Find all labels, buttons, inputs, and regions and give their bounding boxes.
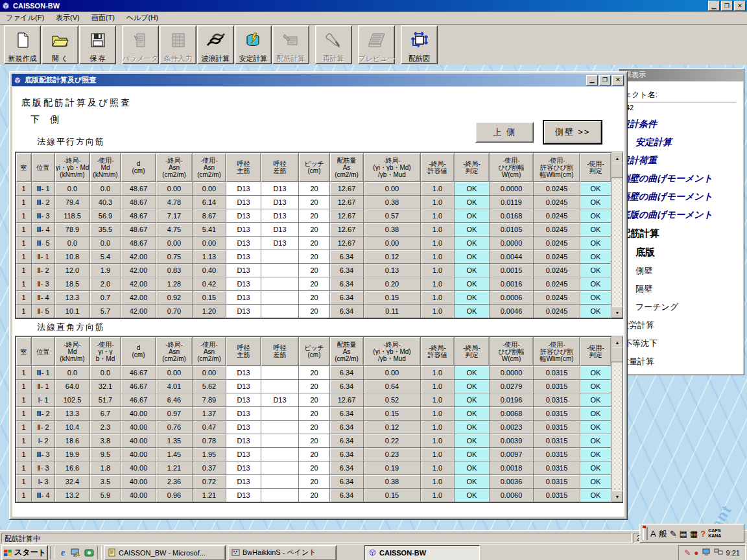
ime-help-icon[interactable]: ? xyxy=(700,530,706,538)
pen-tray-icon[interactable]: ✎ xyxy=(684,549,691,557)
table-row: 1Ⅱ- 510.15.742.000.701.20D13206.340.111.… xyxy=(16,305,611,318)
menu-help[interactable]: ヘルプ(H) xyxy=(121,12,164,24)
child-restore-button[interactable]: ❐ xyxy=(599,75,611,86)
table-cell: 78.9 xyxy=(55,223,90,237)
menu-file[interactable]: ファイル(F) xyxy=(0,12,50,24)
table-cell: 0.0018 xyxy=(490,461,534,475)
nav-item-sidewall[interactable]: 側壁 xyxy=(620,265,743,277)
toolbar-button-save[interactable]: 保 存 xyxy=(79,25,116,64)
scroll-thumb[interactable] xyxy=(611,163,623,178)
table-cell: 20 xyxy=(299,223,330,237)
scroll-down-button[interactable]: ▼ xyxy=(611,491,623,502)
column-header: -終局- γi・γb・Md (kNm/m) xyxy=(55,153,90,182)
minimize-button[interactable]: ▁ xyxy=(708,1,720,11)
toolbar-button-wave-calc[interactable]: 波浪計算 xyxy=(197,25,234,64)
table-cell: 0.70 xyxy=(156,305,193,318)
column-header: -使用- 判定 xyxy=(580,337,611,366)
start-button[interactable]: スタート xyxy=(1,545,48,560)
table-cell: 0.0245 xyxy=(534,250,580,264)
ime-dictionary-icon[interactable]: ▤ xyxy=(680,530,687,538)
table-cell: 0.96 xyxy=(156,489,193,502)
close-button[interactable]: ✕ xyxy=(734,1,746,11)
scroll-down-button[interactable]: ▼ xyxy=(611,307,623,318)
ime-conversion-mode[interactable]: 般 xyxy=(659,530,667,538)
table-cell xyxy=(261,407,299,421)
column-header: -使用- ひび割幅 W(cm) xyxy=(490,337,534,366)
table-cell: 1.0 xyxy=(421,196,455,209)
ime-grip[interactable] xyxy=(643,527,648,540)
nav-item-bottom-slab[interactable]: 底版 xyxy=(620,246,743,259)
table-cell: 13.3 xyxy=(55,407,90,421)
toolbar-button-stability-calc[interactable]: 安定計算 xyxy=(235,25,272,64)
window-title: CAISSON-BW xyxy=(13,2,707,10)
table-cell: 0.78 xyxy=(193,434,226,448)
project-name-input[interactable] xyxy=(624,102,737,113)
child-minimize-button[interactable]: ▁ xyxy=(586,75,598,86)
desktop-quicklaunch-icon[interactable] xyxy=(69,546,82,559)
ball-tray-icon[interactable]: ● xyxy=(694,549,698,557)
table-cell: 1 xyxy=(16,223,32,237)
nav-item-stability-calc[interactable]: 安定計算 xyxy=(620,137,743,148)
ime-input-mode[interactable]: A xyxy=(650,530,656,538)
nav-item-bulkhead-moment[interactable]: 隔壁の曲げモーメント xyxy=(620,191,743,203)
ime-pad-icon[interactable]: ▦ xyxy=(690,530,698,538)
nav-item-rebar-calc[interactable]: 配筋計算 xyxy=(620,228,743,240)
menu-view[interactable]: 表示(V) xyxy=(50,12,86,24)
display-tray-icon[interactable] xyxy=(702,548,711,557)
channels-quicklaunch-icon[interactable] xyxy=(82,546,95,559)
table-cell: 0.0006 xyxy=(490,291,534,305)
table-cell: 1.28 xyxy=(156,277,193,291)
table-cell: 19.9 xyxy=(55,448,90,461)
restore-button[interactable]: ❐ xyxy=(721,1,733,11)
nav-item-differential-settlement[interactable]: 不等沈下 xyxy=(620,338,743,349)
table-cell: 0.0245 xyxy=(534,264,580,277)
nav-item-bulkhead[interactable]: 隔壁 xyxy=(620,283,743,295)
table-cell: 20 xyxy=(299,380,330,393)
table-cell: Ⅱ- 4 xyxy=(32,291,55,305)
task-paint[interactable]: BwHaikkinS - ペイント xyxy=(228,545,337,560)
toolbar: 新規作成 開 く 保 存 パラメータ 条件入力 波浪計算 安定計算 xyxy=(0,25,747,65)
nav-item-design-load[interactable]: 設計荷重 xyxy=(620,155,743,167)
table-cell: 0.97 xyxy=(156,407,193,421)
ime-brush-icon[interactable]: ✎ xyxy=(670,530,677,538)
table-cell: OK xyxy=(455,489,490,502)
child-close-button[interactable]: ✕ xyxy=(612,75,624,86)
toolbar-button-recalc[interactable]: 再計算 xyxy=(315,25,352,64)
sidewall-next-button[interactable]: 側壁 >> xyxy=(543,120,602,145)
toolbar-button-new[interactable]: 新規作成 xyxy=(4,25,41,64)
menu-screen[interactable]: 画面(T) xyxy=(86,12,121,24)
ie-quicklaunch-icon[interactable]: e xyxy=(56,546,69,559)
toolbar-button-rebar-diagram[interactable]: 配筋図 xyxy=(401,25,438,64)
task-caisson-ms[interactable]: CAISSON_BW - Microsof... xyxy=(104,545,226,560)
table-cell: 6.34 xyxy=(330,291,364,305)
table-cell: 1 xyxy=(16,475,32,489)
toolbar-button-open[interactable]: 開 く xyxy=(42,25,78,64)
table-cell: D13 xyxy=(226,196,261,209)
table-cell: OK xyxy=(455,250,490,264)
table-scrollbar[interactable]: ▲ ▼ xyxy=(611,336,622,502)
nav-item-design-conditions[interactable]: 設計条件 xyxy=(620,119,743,130)
toolbar-button-condition-input[interactable]: 条件入力 xyxy=(160,25,196,64)
upper-side-button[interactable]: 上 側 xyxy=(475,122,534,143)
table-cell: D13 xyxy=(226,407,261,421)
table-scrollbar[interactable]: ▲ ▼ xyxy=(611,152,622,318)
table-cell: 48.67 xyxy=(121,223,156,237)
network-tray-icon[interactable] xyxy=(714,548,723,557)
clock[interactable]: 9:21 xyxy=(726,549,740,557)
nav-item-sidewall-moment[interactable]: 側壁の曲げモーメント xyxy=(620,173,743,185)
toolbar-button-rebar-calc[interactable]: 配筋計算 xyxy=(272,25,309,64)
nav-item-fatigue-calc[interactable]: 疲労計算 xyxy=(620,320,743,331)
toolbar-button-parameter[interactable]: パラメータ xyxy=(122,25,159,64)
toolbar-button-preview[interactable]: プレビュー xyxy=(358,25,395,64)
table-cell: Ⅰ- 3 xyxy=(32,475,55,489)
nav-item-footing[interactable]: フーチング xyxy=(620,301,743,313)
table-cell: 0.15 xyxy=(364,291,421,305)
task-caisson-bw[interactable]: CAISSON-BW xyxy=(364,545,480,560)
nav-item-quantity-calc[interactable]: 数量計算 xyxy=(620,356,743,368)
table-row: 1Ⅱ- 110.85.442.000.751.13D13206.340.121.… xyxy=(16,250,611,264)
table-cell: 0.72 xyxy=(193,475,226,489)
table-cell: 12.67 xyxy=(330,393,364,407)
nav-item-bottom-slab-moment[interactable]: 底版の曲げモーメント xyxy=(620,209,743,221)
scroll-thumb[interactable] xyxy=(611,347,623,362)
condition-grid-icon xyxy=(170,26,187,54)
